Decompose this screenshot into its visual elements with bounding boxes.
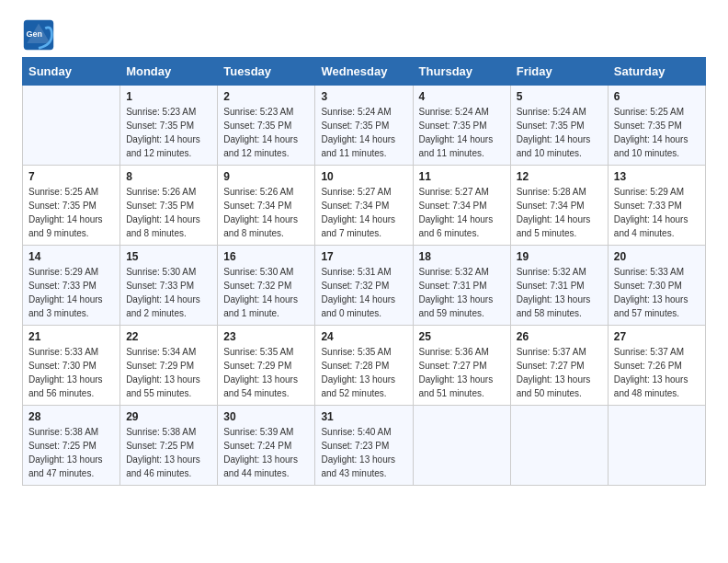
calendar-cell: 18Sunrise: 5:32 AM Sunset: 7:31 PM Dayli…: [413, 246, 510, 326]
logo: Gen: [22, 18, 59, 52]
calendar-cell: 10Sunrise: 5:27 AM Sunset: 7:34 PM Dayli…: [315, 166, 413, 246]
day-number: 25: [419, 330, 505, 343]
week-row-1: 1Sunrise: 5:23 AM Sunset: 7:35 PM Daylig…: [23, 86, 706, 166]
day-info: Sunrise: 5:32 AM Sunset: 7:31 PM Dayligh…: [419, 265, 505, 320]
week-row-4: 21Sunrise: 5:33 AM Sunset: 7:30 PM Dayli…: [23, 326, 706, 406]
calendar-cell: 9Sunrise: 5:26 AM Sunset: 7:34 PM Daylig…: [218, 166, 315, 246]
day-info: Sunrise: 5:29 AM Sunset: 7:33 PM Dayligh…: [28, 265, 114, 320]
day-number: 18: [419, 250, 505, 263]
day-number: 31: [321, 410, 406, 423]
day-info: Sunrise: 5:37 AM Sunset: 7:26 PM Dayligh…: [614, 345, 700, 400]
day-number: 22: [126, 330, 211, 343]
day-number: 4: [419, 90, 505, 103]
calendar-cell: 28Sunrise: 5:38 AM Sunset: 7:25 PM Dayli…: [23, 406, 120, 486]
header-wednesday: Wednesday: [315, 58, 413, 86]
calendar-cell: 17Sunrise: 5:31 AM Sunset: 7:32 PM Dayli…: [315, 246, 413, 326]
day-number: 9: [223, 170, 309, 183]
day-info: Sunrise: 5:38 AM Sunset: 7:25 PM Dayligh…: [28, 425, 114, 480]
calendar-cell: 16Sunrise: 5:30 AM Sunset: 7:32 PM Dayli…: [218, 246, 315, 326]
day-info: Sunrise: 5:24 AM Sunset: 7:35 PM Dayligh…: [321, 105, 406, 160]
header-tuesday: Tuesday: [218, 58, 315, 86]
calendar-cell: 25Sunrise: 5:36 AM Sunset: 7:27 PM Dayli…: [413, 326, 510, 406]
day-number: 1: [126, 90, 211, 103]
day-number: 28: [28, 410, 114, 423]
day-number: 5: [517, 90, 602, 103]
calendar-cell: 27Sunrise: 5:37 AM Sunset: 7:26 PM Dayli…: [608, 326, 705, 406]
day-number: 11: [419, 170, 505, 183]
calendar-cell: [413, 406, 510, 486]
day-number: 16: [223, 250, 309, 263]
header-sunday: Sunday: [23, 58, 120, 86]
calendar-cell: 30Sunrise: 5:39 AM Sunset: 7:24 PM Dayli…: [218, 406, 315, 486]
week-row-2: 7Sunrise: 5:25 AM Sunset: 7:35 PM Daylig…: [23, 166, 706, 246]
day-info: Sunrise: 5:26 AM Sunset: 7:34 PM Dayligh…: [223, 185, 309, 240]
calendar-cell: 23Sunrise: 5:35 AM Sunset: 7:29 PM Dayli…: [218, 326, 315, 406]
calendar-cell: 22Sunrise: 5:34 AM Sunset: 7:29 PM Dayli…: [120, 326, 218, 406]
day-number: 23: [223, 330, 309, 343]
day-info: Sunrise: 5:34 AM Sunset: 7:29 PM Dayligh…: [126, 345, 211, 400]
day-number: 6: [614, 90, 700, 103]
calendar-cell: 21Sunrise: 5:33 AM Sunset: 7:30 PM Dayli…: [23, 326, 120, 406]
day-number: 27: [614, 330, 700, 343]
day-number: 29: [126, 410, 211, 423]
calendar-cell: 3Sunrise: 5:24 AM Sunset: 7:35 PM Daylig…: [315, 86, 413, 166]
day-info: Sunrise: 5:26 AM Sunset: 7:35 PM Dayligh…: [126, 185, 211, 240]
calendar-cell: 29Sunrise: 5:38 AM Sunset: 7:25 PM Dayli…: [120, 406, 218, 486]
day-number: 20: [614, 250, 700, 263]
calendar-cell: 15Sunrise: 5:30 AM Sunset: 7:33 PM Dayli…: [120, 246, 218, 326]
day-number: 30: [223, 410, 309, 423]
day-info: Sunrise: 5:25 AM Sunset: 7:35 PM Dayligh…: [28, 185, 114, 240]
calendar-header-row: SundayMondayTuesdayWednesdayThursdayFrid…: [23, 58, 706, 86]
day-info: Sunrise: 5:36 AM Sunset: 7:27 PM Dayligh…: [419, 345, 505, 400]
day-info: Sunrise: 5:23 AM Sunset: 7:35 PM Dayligh…: [223, 105, 309, 160]
week-row-5: 28Sunrise: 5:38 AM Sunset: 7:25 PM Dayli…: [23, 406, 706, 486]
day-number: 14: [28, 250, 114, 263]
header-saturday: Saturday: [608, 58, 705, 86]
day-number: 2: [223, 90, 309, 103]
calendar-cell: 4Sunrise: 5:24 AM Sunset: 7:35 PM Daylig…: [413, 86, 510, 166]
day-info: Sunrise: 5:30 AM Sunset: 7:33 PM Dayligh…: [126, 265, 211, 320]
day-info: Sunrise: 5:37 AM Sunset: 7:27 PM Dayligh…: [517, 345, 602, 400]
day-number: 24: [321, 330, 406, 343]
day-info: Sunrise: 5:35 AM Sunset: 7:29 PM Dayligh…: [223, 345, 309, 400]
day-info: Sunrise: 5:35 AM Sunset: 7:28 PM Dayligh…: [321, 345, 406, 400]
day-info: Sunrise: 5:40 AM Sunset: 7:23 PM Dayligh…: [321, 425, 406, 480]
day-number: 13: [614, 170, 700, 183]
day-info: Sunrise: 5:28 AM Sunset: 7:34 PM Dayligh…: [517, 185, 602, 240]
day-info: Sunrise: 5:32 AM Sunset: 7:31 PM Dayligh…: [517, 265, 602, 320]
day-number: 8: [126, 170, 211, 183]
day-info: Sunrise: 5:27 AM Sunset: 7:34 PM Dayligh…: [321, 185, 406, 240]
day-number: 12: [517, 170, 602, 183]
day-info: Sunrise: 5:38 AM Sunset: 7:25 PM Dayligh…: [126, 425, 211, 480]
calendar-cell: 19Sunrise: 5:32 AM Sunset: 7:31 PM Dayli…: [510, 246, 608, 326]
logo-icon: Gen: [22, 18, 55, 52]
calendar-cell: 11Sunrise: 5:27 AM Sunset: 7:34 PM Dayli…: [413, 166, 510, 246]
calendar-cell: 2Sunrise: 5:23 AM Sunset: 7:35 PM Daylig…: [218, 86, 315, 166]
calendar-cell: 6Sunrise: 5:25 AM Sunset: 7:35 PM Daylig…: [608, 86, 705, 166]
calendar-cell: 24Sunrise: 5:35 AM Sunset: 7:28 PM Dayli…: [315, 326, 413, 406]
day-number: 3: [321, 90, 406, 103]
day-info: Sunrise: 5:23 AM Sunset: 7:35 PM Dayligh…: [126, 105, 211, 160]
calendar-cell: [510, 406, 608, 486]
calendar-cell: 1Sunrise: 5:23 AM Sunset: 7:35 PM Daylig…: [120, 86, 218, 166]
svg-text:Gen: Gen: [27, 29, 43, 39]
calendar-cell: [608, 406, 705, 486]
day-info: Sunrise: 5:29 AM Sunset: 7:33 PM Dayligh…: [614, 185, 700, 240]
header-monday: Monday: [120, 58, 218, 86]
day-info: Sunrise: 5:25 AM Sunset: 7:35 PM Dayligh…: [614, 105, 700, 160]
calendar-cell: 14Sunrise: 5:29 AM Sunset: 7:33 PM Dayli…: [23, 246, 120, 326]
calendar-cell: 8Sunrise: 5:26 AM Sunset: 7:35 PM Daylig…: [120, 166, 218, 246]
calendar-cell: 13Sunrise: 5:29 AM Sunset: 7:33 PM Dayli…: [608, 166, 705, 246]
header-thursday: Thursday: [413, 58, 510, 86]
day-number: 26: [517, 330, 602, 343]
calendar-cell: 7Sunrise: 5:25 AM Sunset: 7:35 PM Daylig…: [23, 166, 120, 246]
calendar-table: SundayMondayTuesdayWednesdayThursdayFrid…: [22, 57, 706, 486]
calendar-cell: 12Sunrise: 5:28 AM Sunset: 7:34 PM Dayli…: [510, 166, 608, 246]
header: Gen: [22, 18, 706, 52]
day-number: 19: [517, 250, 602, 263]
calendar-cell: 5Sunrise: 5:24 AM Sunset: 7:35 PM Daylig…: [510, 86, 608, 166]
day-info: Sunrise: 5:33 AM Sunset: 7:30 PM Dayligh…: [28, 345, 114, 400]
calendar-cell: [23, 86, 120, 166]
calendar-cell: 20Sunrise: 5:33 AM Sunset: 7:30 PM Dayli…: [608, 246, 705, 326]
header-friday: Friday: [510, 58, 608, 86]
